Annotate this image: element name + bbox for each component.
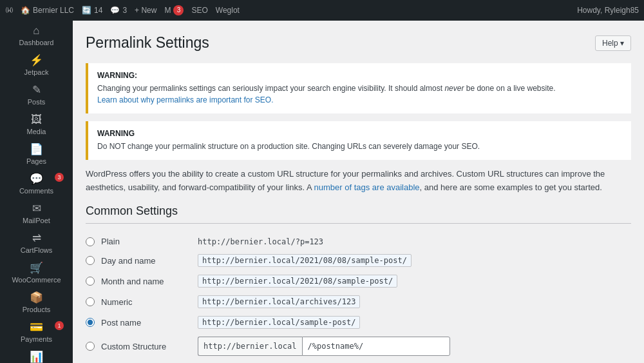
permalink-radio-month-and-name[interactable]: [86, 277, 95, 286]
admin-bar-right: Howdy, Ryleigh85: [577, 6, 639, 15]
custom-input-wrap: http://bernier.local: [198, 337, 450, 356]
permalink-radio-post-name[interactable]: [86, 318, 95, 327]
sidebar-label-media: Media: [27, 128, 46, 136]
analytics-icon: 📊: [30, 351, 43, 362]
layout: ⌂ Dashboard ⚡ Jetpack ✎ Posts 🖼 Media 📄 …: [0, 21, 644, 363]
payments-icon: 💳: [30, 322, 43, 333]
sidebar-label-woocommerce: WooCommerce: [12, 276, 61, 284]
warning-title-2: WARNING: [97, 129, 622, 138]
warning-link-1[interactable]: Learn about why permalinks are important…: [97, 95, 273, 104]
permalink-url-plain: http://bernier.local/?p=123: [198, 237, 323, 246]
cartflows-icon: ⇌: [32, 233, 41, 244]
wp-logo[interactable]: 🄦: [5, 6, 13, 15]
sidebar-item-products[interactable]: 📦 Products: [0, 288, 73, 317]
permalink-label-plain: Plain: [101, 237, 198, 246]
pages-icon: 📄: [30, 144, 43, 155]
warning-box-1: WARNING: Changing your permalinks settin…: [86, 63, 631, 113]
permalink-label-day-and-name: Day and name: [101, 256, 198, 266]
sidebar-label-comments: Comments: [19, 187, 53, 195]
admin-bar: 🄦 🏠 Bernier LLC 🔄 14 💬 3 + New M 3 SEO W…: [0, 0, 644, 21]
media-icon: 🖼: [31, 114, 42, 125]
mailpoet-icon: ✉: [32, 203, 41, 214]
permalink-radio-numeric[interactable]: [86, 297, 95, 306]
sidebar-item-mailpoet[interactable]: ✉ MailPoet: [0, 199, 73, 228]
warning-box-2: WARNING Do NOT change your permalink str…: [86, 121, 631, 160]
sidebar-label-jetpack: Jetpack: [24, 68, 49, 77]
permalink-url-numeric: http://bernier.local/archives/123: [198, 295, 360, 308]
sidebar-label-cartflows: CartFlows: [21, 246, 53, 255]
custom-prefix: http://bernier.local: [198, 337, 302, 356]
sidebar-item-payments[interactable]: 💳 Payments 1: [0, 317, 73, 347]
howdy-text: Howdy, Ryleigh85: [577, 6, 639, 15]
sidebar-item-posts[interactable]: ✎ Posts: [0, 80, 73, 110]
main-content: Permalink Settings Help ▾ WARNING: Chang…: [73, 21, 644, 363]
permalink-url-month-and-name: http://bernier.local/2021/08/sample-post…: [198, 275, 397, 288]
seo-item[interactable]: SEO: [191, 6, 207, 15]
permalink-label-month-and-name: Month and name: [101, 277, 198, 286]
sidebar-label-dashboard: Dashboard: [19, 39, 54, 47]
woocommerce-icon: 🛒: [30, 262, 43, 273]
permalink-radio-custom-structure[interactable]: [86, 342, 95, 351]
products-icon: 📦: [30, 292, 43, 303]
sidebar: ⌂ Dashboard ⚡ Jetpack ✎ Posts 🖼 Media 📄 …: [0, 21, 73, 363]
site-name[interactable]: 🏠 Bernier LLC: [21, 6, 74, 15]
permalink-label-numeric: Numeric: [101, 297, 198, 307]
permalink-label-post-name: Post name: [101, 318, 198, 328]
custom-structure-input[interactable]: [302, 337, 450, 356]
sidebar-item-woocommerce[interactable]: 🛒 WooCommerce: [0, 258, 73, 288]
permalink-row-month-and-name: Month and name http://bernier.local/2021…: [86, 271, 631, 291]
new-button[interactable]: + New: [135, 6, 156, 15]
comments-badge: 3: [55, 173, 64, 182]
sidebar-item-dashboard[interactable]: ⌂ Dashboard: [0, 21, 73, 50]
common-settings-title: Common Settings: [86, 204, 631, 224]
updates-count[interactable]: 🔄 14: [82, 6, 102, 15]
jetpack-icon: ⚡: [30, 55, 43, 66]
permalink-label-custom-structure: Custom Structure: [101, 342, 198, 351]
warning-text-1: Changing your permalinks settings can se…: [97, 83, 622, 106]
sidebar-item-jetpack[interactable]: ⚡ Jetpack: [0, 50, 73, 80]
sidebar-item-media[interactable]: 🖼 Media: [0, 110, 73, 139]
permalink-url-day-and-name: http://bernier.local/2021/08/08/sample-p…: [198, 254, 412, 267]
monster-insights[interactable]: M 3: [164, 5, 184, 15]
permalink-radio-plain[interactable]: [86, 237, 95, 246]
comments-count[interactable]: 💬 3: [110, 6, 127, 15]
payments-badge: 1: [55, 321, 64, 330]
page-title: Permalink Settings: [86, 34, 209, 53]
permalink-url-post-name: http://bernier.local/sample-post/: [198, 316, 360, 329]
dashboard-icon: ⌂: [33, 25, 39, 36]
sidebar-label-posts: Posts: [28, 98, 46, 106]
warning-title-1: WARNING:: [97, 71, 622, 80]
sidebar-item-analytics[interactable]: 📊 Analytics: [0, 347, 73, 363]
sidebar-item-cartflows[interactable]: ⇌ CartFlows: [0, 228, 73, 258]
page-header: Permalink Settings Help ▾: [86, 34, 631, 53]
sidebar-label-payments: Payments: [21, 335, 52, 344]
comments-icon: 💬: [30, 173, 43, 184]
permalink-radio-day-and-name[interactable]: [86, 256, 95, 265]
permalink-row-day-and-name: Day and name http://bernier.local/2021/0…: [86, 250, 631, 271]
sidebar-label-mailpoet: MailPoet: [23, 217, 50, 225]
help-button[interactable]: Help ▾: [595, 35, 631, 51]
permalink-row-numeric: Numeric http://bernier.local/archives/12…: [86, 291, 631, 312]
sidebar-label-products: Products: [23, 306, 50, 314]
permalink-options: Plain http://bernier.local/?p=123 Day an…: [86, 233, 631, 360]
permalink-row-post-name: Post name http://bernier.local/sample-po…: [86, 312, 631, 333]
info-text: WordPress offers you the ability to crea…: [86, 168, 631, 195]
permalink-row-custom-structure: Custom Structure http://bernier.local: [86, 333, 631, 360]
sidebar-item-pages[interactable]: 📄 Pages: [0, 139, 73, 169]
info-link[interactable]: number of tags are available: [314, 182, 420, 192]
sidebar-label-pages: Pages: [26, 157, 46, 166]
weglot-item[interactable]: Weglot: [216, 6, 240, 15]
sidebar-item-comments[interactable]: 💬 Comments 3: [0, 169, 73, 199]
permalink-row-plain: Plain http://bernier.local/?p=123: [86, 233, 631, 250]
warning-text-2: Do NOT change your permalink structure o…: [97, 141, 622, 152]
posts-icon: ✎: [32, 84, 41, 95]
